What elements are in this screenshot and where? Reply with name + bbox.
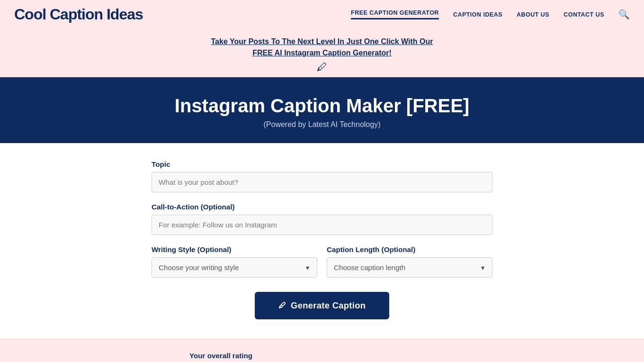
search-icon: 🔍	[618, 9, 630, 19]
generate-btn-label: Generate Caption	[291, 300, 366, 311]
generate-icon: 🖊	[278, 301, 286, 310]
nav-item-free-caption-generator[interactable]: FREE CAPTION GENERATOR	[351, 9, 439, 19]
header: Cool Caption Ideas FREE CAPTION GENERATO…	[0, 0, 644, 29]
search-button[interactable]: 🔍	[618, 9, 630, 20]
writing-style-wrapper: Choose your writing style Casual Profess…	[152, 257, 317, 278]
topic-label: Topic	[152, 160, 492, 168]
review-container: Your overall rating ☆ ☆ ☆ ☆ ☆ Your revie…	[189, 352, 455, 362]
writing-style-select[interactable]: Choose your writing style Casual Profess…	[152, 257, 317, 278]
writing-style-group: Writing Style (Optional) Choose your wri…	[152, 245, 317, 278]
hero-section: Instagram Caption Maker [FREE] (Powered …	[0, 77, 644, 143]
cta-input[interactable]	[152, 215, 492, 235]
topic-input[interactable]	[152, 172, 492, 192]
caption-length-wrapper: Choose caption length Short Medium Long …	[327, 257, 492, 278]
hero-subtitle: (Powered by Latest AI Technology)	[9, 120, 635, 129]
promo-banner: Take Your Posts To The Next Level In Jus…	[0, 29, 644, 77]
caption-length-group: Caption Length (Optional) Choose caption…	[327, 245, 492, 278]
promo-icon: 🖊	[9, 61, 635, 73]
main-nav: FREE CAPTION GENERATOR CAPTION IDEAS ABO…	[351, 9, 630, 20]
writing-style-label: Writing Style (Optional)	[152, 245, 317, 253]
nav-item-caption-ideas[interactable]: CAPTION IDEAS	[453, 11, 502, 18]
overall-rating-label: Your overall rating	[189, 352, 455, 360]
form-container: Topic Call-to-Action (Optional) Writing …	[152, 160, 492, 319]
selects-row: Writing Style (Optional) Choose your wri…	[152, 245, 492, 278]
cta-label: Call-to-Action (Optional)	[152, 203, 492, 211]
hero-title: Instagram Caption Maker [FREE]	[9, 95, 635, 117]
generate-btn-wrap: 🖊 Generate Caption	[152, 292, 492, 319]
cta-group: Call-to-Action (Optional)	[152, 203, 492, 235]
generate-caption-button[interactable]: 🖊 Generate Caption	[255, 292, 389, 319]
review-section: Your overall rating ☆ ☆ ☆ ☆ ☆ Your revie…	[0, 338, 644, 362]
promo-line1: Take Your Posts To The Next Level In Jus…	[211, 37, 433, 45]
promo-link[interactable]: Take Your Posts To The Next Level In Jus…	[211, 37, 433, 57]
promo-line2: FREE AI Instagram Caption Generator!	[252, 49, 392, 57]
nav-item-contact-us[interactable]: CONTACT US	[564, 11, 604, 18]
caption-length-label: Caption Length (Optional)	[327, 245, 492, 253]
caption-length-select[interactable]: Choose caption length Short Medium Long	[327, 257, 492, 278]
site-logo[interactable]: Cool Caption Ideas	[14, 6, 143, 23]
topic-group: Topic	[152, 160, 492, 192]
logo-text: Cool Caption Ideas	[14, 6, 143, 23]
main-content: Topic Call-to-Action (Optional) Writing …	[0, 143, 644, 338]
nav-item-about-us[interactable]: ABOUT US	[517, 11, 549, 18]
